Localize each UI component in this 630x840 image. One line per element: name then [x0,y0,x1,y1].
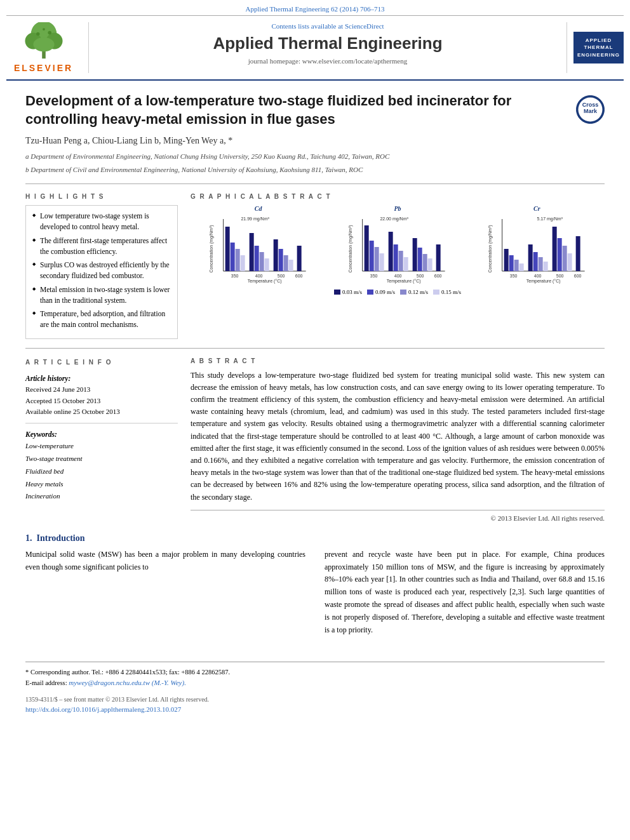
svg-rect-66 [538,257,542,271]
svg-rect-69 [557,238,561,271]
email-link[interactable]: mywey@dragon.nchu.edu.tw (M.-Y. Wey). [69,679,186,686]
svg-rect-23 [265,258,269,271]
svg-rect-0 [42,50,46,58]
cr-chart-title: Cr [469,205,605,212]
svg-text:Concentration (mg/Nm³): Concentration (mg/Nm³) [348,225,353,273]
abstract-section: A B S T R A C T This study develops a lo… [191,357,605,522]
svg-rect-45 [404,257,408,271]
keyword-4: Heavy metals [25,478,178,491]
issn-doi-section: 1359-4311/$ – see front matter © 2013 El… [25,695,605,715]
svg-rect-39 [370,241,374,271]
highlights-list: Low temperature two-stage system is deve… [32,211,171,331]
svg-rect-61 [509,255,513,271]
authors-line: Tzu-Huan Peng a, Chiou-Liang Lin b, Ming… [25,136,605,146]
svg-text:5.17 mg/Nm³: 5.17 mg/Nm³ [537,217,563,222]
graphical-abstract-label: G R A P H I C A L A B S T R A C T [191,193,605,200]
email-line: E-mail address: mywey@dragon.nchu.edu.tw… [25,677,605,688]
info-abstract: A R T I C L E I N F O Article history: R… [25,357,605,522]
highlight-item-5: Temperature, bed adsorption, and filtrat… [32,309,171,331]
svg-rect-16 [225,227,230,271]
svg-rect-20 [250,233,254,271]
highlight-item-3: Surplus CO was destroyed efficiently by … [32,260,171,282]
svg-text:350: 350 [370,274,378,278]
keyword-2: Two-stage treatment [25,453,178,465]
legend-item-3: 0.12 m/s [400,289,428,295]
elsevier-logo: ELSEVIER [6,22,89,73]
svg-rect-40 [375,247,379,271]
svg-point-4 [33,37,54,51]
svg-rect-22 [260,252,264,271]
highlight-item-1: Low temperature two-stage system is deve… [32,211,171,233]
svg-rect-48 [423,254,427,271]
cd-chart-svg: Concentration (mg/Nm³) 21.99 mg/Nm³ [191,214,326,284]
authors-text: Tzu-Huan Peng a, Chiou-Liang Lin b, Ming… [25,136,232,145]
legend-item-1: 0.03 m/s [334,289,362,295]
intro-right-col: prevent and recycle waste have been put … [325,549,605,637]
graphical-abstract-section: G R A P H I C A L A B S T R A C T Cd Con… [191,193,605,339]
svg-rect-46 [413,238,417,271]
intro-left-col: Municipal solid waste (MSW) has been a m… [25,549,305,637]
legend-color-2 [367,290,373,295]
svg-text:Cross: Cross [582,102,599,108]
highlight-item-2: The different first-stage temperatures a… [32,236,171,258]
intro-left-text: Municipal solid waste (MSW) has been a m… [25,549,305,574]
available-date: Available online 25 October 2013 [25,406,178,418]
legend-color-3 [400,290,406,295]
svg-rect-47 [418,248,422,271]
divider-1 [25,183,605,184]
svg-text:Temperature (°C): Temperature (°C) [387,279,421,284]
svg-text:400: 400 [394,274,402,278]
info-divider [25,423,178,423]
svg-rect-49 [428,258,432,271]
svg-text:22.00 mg/Nm³: 22.00 mg/Nm³ [380,217,409,222]
copyright-line: © 2013 Elsevier Ltd. All rights reserved… [191,510,605,522]
keyword-3: Fluidized bed [25,465,178,478]
svg-point-6 [48,31,51,35]
svg-rect-72 [575,236,580,271]
journal-center: Contents lists available at ScienceDirec… [89,22,566,73]
cd-chart-title: Cd [191,205,326,212]
svg-text:350: 350 [231,274,239,278]
svg-rect-24 [274,239,278,271]
elsevier-tree-icon [18,22,69,60]
doi-link[interactable]: http://dx.doi.org/10.1016/j.applthermale… [25,705,181,713]
article-history: Article history: Received 24 June 2013 A… [25,373,178,418]
legend-item-2: 0.09 m/s [367,289,395,295]
legend-color-4 [433,290,439,295]
svg-text:400: 400 [255,274,263,278]
ate-logo: APPLIED THERMAL ENGINEERING [573,32,624,63]
svg-rect-50 [436,244,441,271]
highlights-section: H I G H L I G H T S Low temperature two-… [25,193,178,339]
svg-rect-60 [504,249,508,271]
article-info-label: A R T I C L E I N F O [25,357,178,368]
svg-rect-62 [514,260,518,271]
svg-rect-42 [389,232,393,271]
journal-homepage: journal homepage: www.elsevier.com/locat… [102,57,554,65]
crossmark-icon: Cross Mark [576,95,605,124]
journal-citation: Applied Thermal Engineering 62 (2014) 70… [0,0,630,15]
svg-text:350: 350 [509,274,517,278]
elsevier-text: ELSEVIER [14,63,73,73]
svg-point-5 [36,32,40,36]
svg-rect-71 [567,253,572,271]
svg-rect-65 [533,252,537,271]
svg-rect-28 [297,246,302,271]
svg-text:Concentration (mg/Nm³): Concentration (mg/Nm³) [487,225,492,273]
science-direct-text[interactable]: Contents lists available at ScienceDirec… [102,22,554,30]
svg-text:600: 600 [573,274,581,278]
crossmark-badge[interactable]: Cross Mark [576,95,605,126]
pb-chart: Pb Concentration (mg/Nm³) 22.00 mg/Nm³ [330,205,465,295]
keyword-1: Low-temperature [25,440,178,453]
svg-text:400: 400 [533,274,541,278]
intro-columns: Municipal solid waste (MSW) has been a m… [25,549,605,637]
history-label: Article history: [25,373,178,384]
svg-rect-25 [279,249,283,271]
svg-rect-38 [365,225,369,271]
legend-color-1 [334,290,340,295]
svg-text:500: 500 [417,274,424,278]
affiliation-b: b Department of Civil and Environmental … [25,164,605,175]
svg-rect-21 [255,246,259,271]
highlights-box: Low temperature two-stage system is deve… [25,205,178,339]
svg-text:Temperature (°C): Temperature (°C) [248,279,282,284]
svg-rect-67 [543,262,547,271]
